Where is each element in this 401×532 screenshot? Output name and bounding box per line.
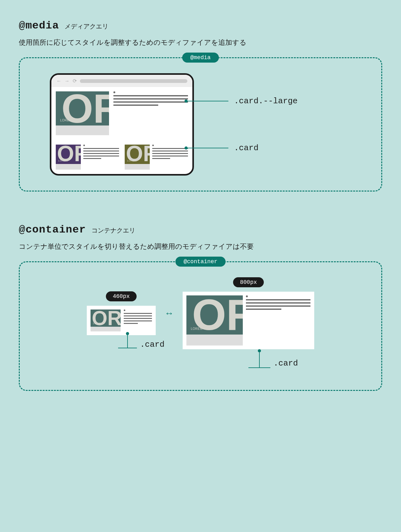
card-small-row: OR LOREM OR LOREM [56, 145, 188, 170]
size-800: 800px [233, 277, 264, 287]
media-title: @media メディアクエリ [19, 19, 382, 32]
down-pointer-800 [248, 349, 270, 368]
container-code: @container [19, 224, 86, 236]
container-section: @container コンテナクエリ コンテナ単位でスタイルを切り替えるため調整… [19, 223, 382, 391]
text-lines-sm [152, 145, 188, 170]
container-sub: コンテナクエリ [91, 227, 135, 234]
container-row: 460px OR LOREM [31, 277, 370, 349]
container-desc: コンテナ単位でスタイルを切り替えるため調整用のモディファイアは不要 [19, 242, 382, 251]
media-row-1: ← → ⟳ OR LOREM [31, 73, 370, 176]
container-box-label: @container [175, 257, 226, 267]
thumb-large: OR LOREM [56, 91, 109, 135]
lines-460 [124, 309, 152, 331]
url-bar [80, 79, 187, 83]
card-small-2: OR LOREM [125, 145, 188, 170]
pointer-large: .card.--large [185, 96, 298, 106]
ptr-label-large: .card.--large [234, 96, 298, 106]
thumb-small-purple: OR LOREM [56, 145, 81, 170]
card-460: OR LOREM [87, 306, 156, 335]
text-lines-sm [83, 145, 119, 170]
media-section: @media メディアクエリ 使用箇所に応じてスタイルを調整するためのモディファ… [19, 19, 382, 192]
forward-icon: → [65, 78, 70, 84]
container-title: @container コンテナクエリ [19, 223, 382, 236]
media-code: @media [19, 20, 59, 32]
browser-mock: ← → ⟳ OR LOREM [50, 73, 194, 176]
browser-body: OR LOREM OR LOREM [51, 87, 192, 174]
media-desc: 使用箇所に応じてスタイルを調整するためのモディファイアを追加する [19, 38, 382, 47]
container-col-460: 460px OR LOREM [87, 291, 156, 335]
media-box: @media ← → ⟳ OR LOREM [19, 57, 382, 192]
browser-bar: ← → ⟳ [51, 75, 192, 87]
text-lines [113, 91, 188, 135]
ptr-label-small: .card [234, 143, 258, 153]
size-460: 460px [106, 291, 137, 301]
media-box-label: @media [182, 53, 219, 63]
down-label-800: .card [273, 359, 298, 368]
back-icon: ← [56, 78, 61, 84]
card-small-1: OR LOREM [56, 145, 119, 170]
thumb-small-olive: OR LOREM [125, 145, 150, 170]
lines-800 [246, 295, 310, 345]
card-large: OR LOREM [56, 91, 188, 135]
card-800: OR LOREM [183, 292, 314, 349]
thumb-460: OR LOREM [91, 309, 121, 331]
down-pointer-460 [118, 332, 137, 348]
thumb-800: OR LOREM [186, 295, 243, 345]
reload-icon: ⟳ [73, 78, 77, 84]
media-sub: メディアクエリ [65, 23, 108, 30]
container-col-800: 800px OR LOREM [183, 277, 314, 349]
down-label-460: .card [140, 340, 164, 349]
pointer-stack: .card.--large .card [194, 96, 298, 153]
resize-arrow-icon: ↔ [164, 308, 174, 319]
container-box: @container 460px OR LOREM [19, 261, 382, 391]
pointer-small: .card [185, 143, 298, 153]
